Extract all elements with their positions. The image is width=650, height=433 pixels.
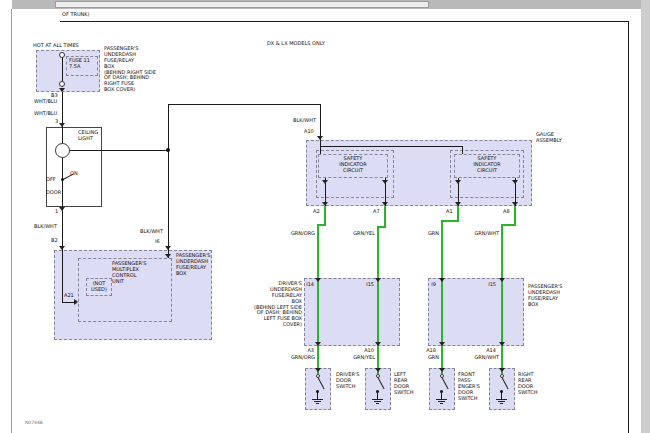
left-window-border <box>11 9 12 433</box>
top-scrollbar-thumb[interactable] <box>55 1 429 8</box>
b2-internal-wire <box>62 250 63 302</box>
pin-label-3: 3 <box>55 119 58 125</box>
fuse-box-label: PASSENGER'S UNDERDASH FUSE/RELAY BOX (BE… <box>104 46 156 93</box>
blk-wht-wire-i6 <box>168 150 169 250</box>
gauge-internal-feed-wire <box>320 140 321 154</box>
driver-underdash-box-label: DRIVER'S UNDERDASH FUSE/RELAY BOX (BEHIN… <box>228 281 302 328</box>
ceiling-light-label: CEILING LIGHT <box>78 130 98 142</box>
terminal-arrow <box>512 202 518 206</box>
pin-label-a1: A1 <box>446 209 453 215</box>
terminal-arrow <box>439 368 445 372</box>
trunk-wire-horizontal <box>60 21 628 22</box>
terminal-arrow <box>315 278 321 282</box>
wire-label-grn: GRN <box>419 355 439 361</box>
fuse-terminal <box>59 81 65 87</box>
terminal-arrow <box>322 202 328 206</box>
wire-label-grn-wht: GRN/WHT <box>467 231 499 237</box>
wire-label-grn: GRN <box>419 231 439 237</box>
grn-yel-wire <box>377 226 379 374</box>
grn-wht-wire <box>501 224 503 374</box>
terminal-arrow <box>315 342 321 346</box>
gauge-internal-feed-wire <box>320 146 463 147</box>
switch-door-label: DOOR <box>46 190 61 196</box>
terminal-arrow <box>74 299 78 305</box>
wire-label-grn-wht: GRN/WHT <box>467 355 499 361</box>
wire-label-blk-wht: BLK/WHT <box>284 118 316 124</box>
pin-label-i15: I15 <box>350 282 374 288</box>
not-used-label: (NOT USED) <box>87 281 111 293</box>
pin-label-i9: I9 <box>414 282 436 288</box>
wht-blu-wire <box>62 92 63 127</box>
grn-wire <box>441 220 459 222</box>
switch-output-wire <box>62 181 63 207</box>
lamp-to-switch-wire <box>62 158 63 178</box>
grn-wire <box>457 206 459 220</box>
blk-wht-wire-a10 <box>320 104 321 140</box>
hot-label: HOT AT ALL TIMES <box>33 43 79 49</box>
driver-door-switch-label: DRIVER'S DOOR SWITCH <box>336 372 359 390</box>
pin-label-b2: B2 <box>51 238 58 244</box>
wire-label-grn-yel: GRN/YEL <box>345 231 375 237</box>
terminal-arrow <box>165 254 171 258</box>
underdash-box-label: PASSENGER'S UNDERDASH FUSE/RELAY BOX <box>176 253 210 277</box>
fuse-terminal <box>59 52 65 58</box>
terminal-arrow <box>439 342 445 346</box>
junction-dot <box>166 148 170 152</box>
terminal-arrow <box>382 202 388 206</box>
grn-org-wire <box>317 224 319 374</box>
pin-label-a14: A14 <box>472 348 496 354</box>
wire-label-blk-wht: BLK/WHT <box>140 229 163 235</box>
safety-indicator-label: SAFETY INDICATOR CIRCUIT <box>454 156 520 174</box>
blk-wht-wire-a10 <box>168 104 321 105</box>
terminal-arrow <box>317 136 323 140</box>
pin-label-i15: I15 <box>474 282 496 288</box>
left-rear-door-switch-label: LEFT REAR DOOR SWITCH <box>394 372 414 396</box>
terminal-arrow <box>455 180 461 184</box>
terminal-arrow <box>165 246 171 250</box>
terminal-arrow <box>512 180 518 184</box>
trunk-wire-vertical <box>628 21 629 433</box>
grn-yel-wire <box>384 206 386 226</box>
wire-label-wht-blu: WHT/BLU <box>34 99 57 105</box>
grn-org-wire <box>324 206 326 224</box>
terminal-arrow <box>59 207 65 211</box>
blk-wht-branch-wire <box>69 150 168 151</box>
wire-label-grn-yel: GRN/YEL <box>345 355 375 361</box>
grn-wht-wire <box>514 206 516 224</box>
safety-indicator-label: SAFETY INDICATOR CIRCUIT <box>318 156 388 174</box>
bottom-left-code: N0744B <box>25 420 43 425</box>
switch-on-label: ON <box>70 171 78 177</box>
terminal-arrow <box>499 342 505 346</box>
pin-label-a18: A18 <box>414 348 436 354</box>
fuse-label: FUSE 11 7.5A <box>69 58 90 70</box>
wire-label-grn-org: GRN/ORG <box>285 355 315 361</box>
models-note: DX & LX MODELS ONLY <box>267 41 325 47</box>
switch-off-label: OFF <box>46 177 56 183</box>
terminal-arrow <box>382 180 388 184</box>
grn-wire <box>441 220 443 374</box>
gauge-internal-feed-wire <box>462 146 463 154</box>
blk-wht-wire-b2 <box>62 207 63 250</box>
ground-icon <box>372 399 383 405</box>
pin-label-a21: A21 <box>64 293 74 299</box>
trunk-note: OF TRUNK) <box>62 12 90 18</box>
terminal-arrow <box>59 88 65 92</box>
pin-label-a10: A10 <box>350 348 374 354</box>
terminal-arrow <box>59 123 65 127</box>
terminal-arrow <box>375 278 381 282</box>
terminal-arrow <box>322 180 328 184</box>
multiplex-unit-label: PASSENGER'S MULTIPLEX CONTROL UNIT <box>112 261 146 285</box>
ground-icon <box>496 399 507 405</box>
right-rear-door-switch-label: RIGHT REAR DOOR SWITCH <box>518 372 538 396</box>
terminal-arrow <box>315 368 321 372</box>
terminal-arrow <box>439 278 445 282</box>
terminal-arrow <box>499 368 505 372</box>
terminal-arrow <box>499 278 505 282</box>
blk-wht-wire-a10 <box>168 104 169 150</box>
pin-label-a10: A10 <box>304 129 314 135</box>
right-scrollbar-track[interactable] <box>641 0 650 433</box>
pin-label-a3: A3 <box>292 348 314 354</box>
pin-label-a8: A8 <box>503 209 510 215</box>
wire-label-blk-wht: BLK/WHT <box>34 224 57 230</box>
pin-label-a7: A7 <box>373 209 380 215</box>
